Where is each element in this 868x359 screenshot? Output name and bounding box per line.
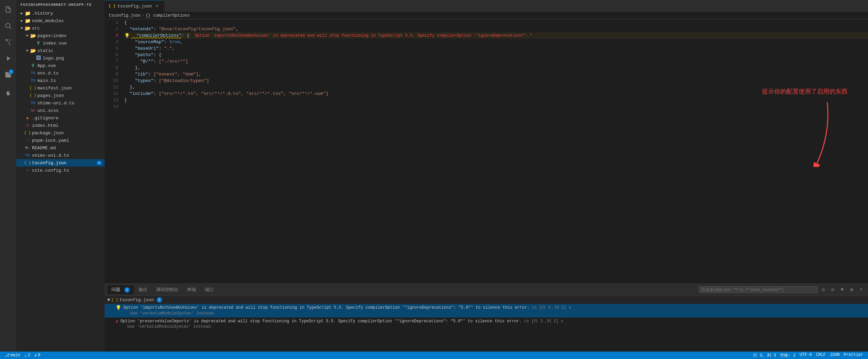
vue-icon: V bbox=[35, 40, 41, 46]
problem-text-2: Option 'preserveValueImports' is depreca… bbox=[120, 319, 865, 330]
problem-group-tsconfig[interactable]: ▼ { } tsconfig.json 2 bbox=[105, 296, 868, 304]
tab-problems-label: 问题 bbox=[111, 287, 120, 292]
sidebar-item-pages-index[interactable]: ▼ 📂 pages\index bbox=[16, 32, 105, 39]
git-icon[interactable]: G bbox=[1, 87, 15, 101]
sidebar-item-shime-uni-d-ts[interactable]: TS shime-uni.d.ts bbox=[16, 99, 105, 107]
sidebar-item-label: static bbox=[37, 48, 53, 53]
line-num: 14 bbox=[105, 103, 118, 110]
line-num: 11 bbox=[105, 84, 118, 90]
tab-output-label: 输出 bbox=[139, 287, 147, 292]
error-icon: ✗ bbox=[116, 319, 118, 324]
sidebar-item-shims-uni-d-ts[interactable]: TS shims-uni.d.ts bbox=[16, 152, 105, 159]
problem-item-1[interactable]: 💡 Option 'importsNotUsedAsValues' is dep… bbox=[105, 304, 868, 318]
tab-debug-console[interactable]: 调试控制台 bbox=[152, 285, 182, 294]
sidebar-item-node-modules[interactable]: ▶ 📁 node_modules bbox=[16, 17, 105, 24]
branch-status[interactable]: ⎇ main bbox=[3, 352, 22, 359]
sidebar-item-readme-md[interactable]: M↓ README.md bbox=[16, 144, 105, 152]
sidebar-item-app-vue[interactable]: V App.vue bbox=[16, 62, 105, 69]
editor-content[interactable]: 1 2 3 4 5 6 7 8 9 10 11 12 13 14 bbox=[105, 19, 868, 284]
sidebar-item-label: App.vue bbox=[37, 63, 56, 68]
files-icon[interactable] bbox=[1, 3, 15, 16]
sidebar-item-main-ts[interactable]: TS main.ts bbox=[16, 77, 105, 84]
line-num: 12 bbox=[105, 90, 118, 97]
sidebar-item-vite-config-ts[interactable]: ⚡ vite.config.ts bbox=[16, 167, 105, 174]
ts-icon: TS bbox=[30, 70, 36, 76]
code-token: "lib" bbox=[124, 72, 148, 77]
sidebar-item-label: pages.json bbox=[37, 93, 64, 98]
line-ending-status[interactable]: CRLF bbox=[814, 353, 828, 357]
indent-status[interactable]: 空格: 2 bbox=[778, 353, 798, 358]
sidebar-item-history[interactable]: ▶ 📁 .history bbox=[16, 10, 105, 17]
folder-icon: 📁 bbox=[24, 10, 31, 16]
sidebar-item-label: env.d.ts bbox=[37, 71, 58, 76]
code-token: "include" bbox=[124, 91, 154, 96]
encoding-status[interactable]: UTF-8 bbox=[798, 353, 814, 357]
collapse-icon[interactable]: ⊟ bbox=[829, 286, 837, 294]
line-num: 8 bbox=[105, 65, 118, 71]
problem-location-1: ts [行 3，列 3] bbox=[532, 305, 566, 310]
tab-terminal[interactable]: 终端 bbox=[183, 285, 200, 294]
code-editor[interactable]: { "extends" : "@vue/tsconfig/tsconfig.js… bbox=[122, 19, 868, 284]
sidebar-item-uni-scss[interactable]: Sc uni.scss bbox=[16, 107, 105, 114]
sidebar-item-label: node_modules bbox=[32, 18, 64, 23]
tab-ports[interactable]: 端口 bbox=[201, 285, 218, 294]
tab-tsconfig-json[interactable]: { } tsconfig.json × bbox=[105, 0, 164, 12]
code-token: ["src/**/*.ts", "src/**/*.d.ts", "src/**… bbox=[159, 91, 328, 96]
code-line-1: { bbox=[124, 19, 868, 26]
group-file-label: tsconfig.json bbox=[120, 297, 154, 303]
sidebar-item-gitignore[interactable]: ◆ .gitignore bbox=[16, 114, 105, 122]
ts-icon: TS bbox=[30, 100, 36, 106]
sidebar-item-static[interactable]: ▼ 📂 static bbox=[16, 47, 105, 54]
tab-problems[interactable]: 问题 2 bbox=[107, 285, 134, 294]
warning-x-icon: ✗ bbox=[34, 353, 37, 358]
problem-location-2: ts [行 3，列 3] bbox=[524, 319, 559, 324]
sidebar-item-src[interactable]: ▼ 📂 src bbox=[16, 24, 105, 32]
formatter-status[interactable]: Prettier bbox=[842, 353, 865, 357]
code-line-8: }, bbox=[124, 65, 868, 71]
tab-close-button[interactable]: × bbox=[154, 3, 160, 9]
code-token: }, bbox=[124, 85, 135, 90]
problem-item-2[interactable]: ✗ Option 'preserveValueImports' is depre… bbox=[105, 318, 868, 331]
search-icon[interactable] bbox=[1, 19, 15, 33]
warnings-status[interactable]: ✗ 0 bbox=[32, 352, 42, 359]
code-line-10: "types" : ["@dcloudio/types"] bbox=[124, 78, 868, 84]
maximize-panel-icon[interactable]: ⊠ bbox=[848, 286, 856, 294]
problems-filter-input[interactable] bbox=[699, 286, 818, 293]
filter-icon[interactable]: ⊟ bbox=[819, 286, 827, 294]
sidebar: FUXINCAMPUSCONNECT-UNIAPP-TS ▶ 📁 .histor… bbox=[16, 0, 105, 352]
sidebar-item-pages-json[interactable]: { } pages.json bbox=[16, 92, 105, 99]
tab-label: tsconfig.json bbox=[118, 4, 152, 9]
sidebar-item-logo-png[interactable]: 🖼 logo.png bbox=[16, 54, 105, 62]
source-control-icon[interactable] bbox=[1, 35, 15, 49]
sidebar-item-index-html[interactable]: H index.html bbox=[16, 122, 105, 129]
sidebar-item-label: shime-uni.d.ts bbox=[37, 101, 74, 106]
sidebar-item-tsconfig-json[interactable]: { } tsconfig.json 2 bbox=[16, 159, 105, 167]
activity-bar: 1 G bbox=[0, 0, 16, 352]
close-panel-icon[interactable]: × bbox=[857, 286, 865, 294]
sidebar-item-label: package.json bbox=[32, 131, 64, 136]
code-token: "@vue/tsconfig/tsconfig.json" bbox=[159, 27, 235, 32]
errors-status[interactable]: ⚠ 2 bbox=[22, 352, 32, 359]
language-status[interactable]: JSON bbox=[828, 353, 842, 357]
line-num: 3 bbox=[105, 32, 118, 39]
sidebar-item-index-vue[interactable]: V index.vue bbox=[16, 39, 105, 47]
sidebar-item-package-json[interactable]: { } package.json bbox=[16, 129, 105, 137]
code-token: ["@dcloudio/types"] bbox=[159, 78, 209, 83]
tab-output[interactable]: 输出 bbox=[135, 285, 152, 294]
sidebar-item-pnpm-lock-yaml[interactable]: Y pnpm-lock.yaml bbox=[16, 137, 105, 144]
sidebar-item-manifest-json[interactable]: { } manifest.json bbox=[16, 84, 105, 92]
sidebar-item-env-d-ts[interactable]: TS env.d.ts bbox=[16, 69, 105, 77]
folder-open-icon: 📂 bbox=[30, 48, 36, 54]
encoding-label: UTF-8 bbox=[800, 353, 812, 357]
sidebar-item-label: tsconfig.json bbox=[32, 160, 66, 166]
code-token: "paths" bbox=[124, 52, 154, 57]
toggle-panel-icon[interactable]: ▼ bbox=[838, 286, 846, 294]
extensions-icon[interactable]: 1 bbox=[1, 68, 15, 82]
expand-arrow: ▼ bbox=[107, 297, 110, 303]
code-token: } bbox=[124, 98, 127, 103]
run-debug-icon[interactable] bbox=[1, 52, 15, 65]
warning-icon: 💡 bbox=[116, 305, 121, 311]
tab-ports-label: 端口 bbox=[205, 287, 214, 292]
cursor-position[interactable]: 行 3, 列 3 bbox=[751, 353, 778, 358]
breadcrumb-sep: › bbox=[142, 13, 144, 18]
